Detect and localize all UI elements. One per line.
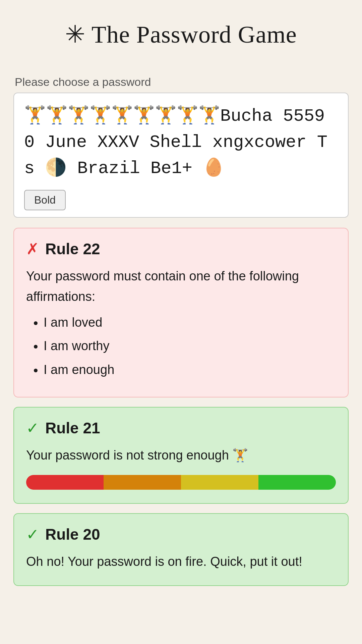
page-container: ✳ The Password Game Please choose a pass… <box>0 0 362 644</box>
rule-21-pass-icon: ✓ <box>26 419 39 437</box>
password-input-box[interactable]: 🏋️🏋️🏋️🏋️🏋️🏋️🏋️🏋️🏋️Bucha 5559 0 June XXXV… <box>13 93 349 218</box>
password-text[interactable]: 🏋️🏋️🏋️🏋️🏋️🏋️🏋️🏋️🏋️Bucha 5559 0 June XXXV… <box>24 103 338 182</box>
rule-20-card: ✓ Rule 20 Oh no! Your password is on fir… <box>13 513 349 586</box>
bold-button[interactable]: Bold <box>24 190 66 210</box>
rule-21-card: ✓ Rule 21 Your password is not strong en… <box>13 407 349 504</box>
rule-20-body: Oh no! Your password is on fire. Quick, … <box>26 551 336 572</box>
title-area: ✳ The Password Game <box>13 20 349 49</box>
rule-22-card: ✗ Rule 22 Your password must contain one… <box>13 228 349 397</box>
rule-20-title: Rule 20 <box>45 525 100 543</box>
affirmation-3: I am enough <box>44 360 336 380</box>
rule-22-header: ✗ Rule 22 <box>26 240 336 258</box>
affirmation-2: I am worthy <box>44 336 336 356</box>
rule-20-header: ✓ Rule 20 <box>26 525 336 543</box>
rule-21-title: Rule 21 <box>45 419 100 437</box>
strength-segment-green <box>258 475 336 490</box>
strength-segment-orange <box>104 475 181 490</box>
strength-segment-yellow <box>181 475 258 490</box>
star-icon: ✳ <box>65 21 85 48</box>
affirmations-list: I am loved I am worthy I am enough <box>26 312 336 380</box>
rule-20-pass-icon: ✓ <box>26 525 39 543</box>
rule-21-header: ✓ Rule 21 <box>26 419 336 437</box>
page-title: ✳ The Password Game <box>13 20 349 49</box>
rule-21-body: Your password is not strong enough 🏋️ <box>26 445 336 490</box>
strength-bar <box>26 475 336 490</box>
strength-segment-red <box>26 475 104 490</box>
rule-22-fail-icon: ✗ <box>26 240 39 258</box>
affirmation-1: I am loved <box>44 312 336 333</box>
password-label: Please choose a password <box>15 75 349 89</box>
rule-22-body: Your password must contain one of the fo… <box>26 266 336 380</box>
rule-22-title: Rule 22 <box>45 240 100 258</box>
